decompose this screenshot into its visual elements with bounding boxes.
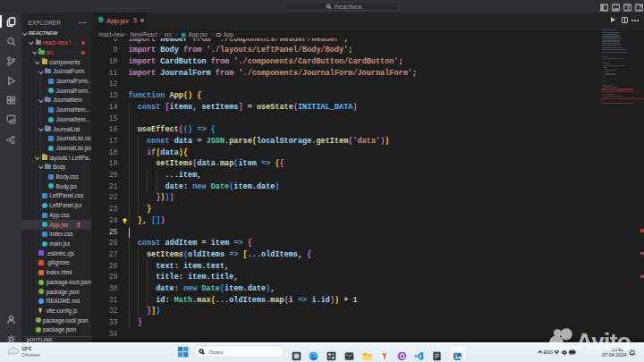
- svg-text:Avito: Avito: [576, 328, 631, 355]
